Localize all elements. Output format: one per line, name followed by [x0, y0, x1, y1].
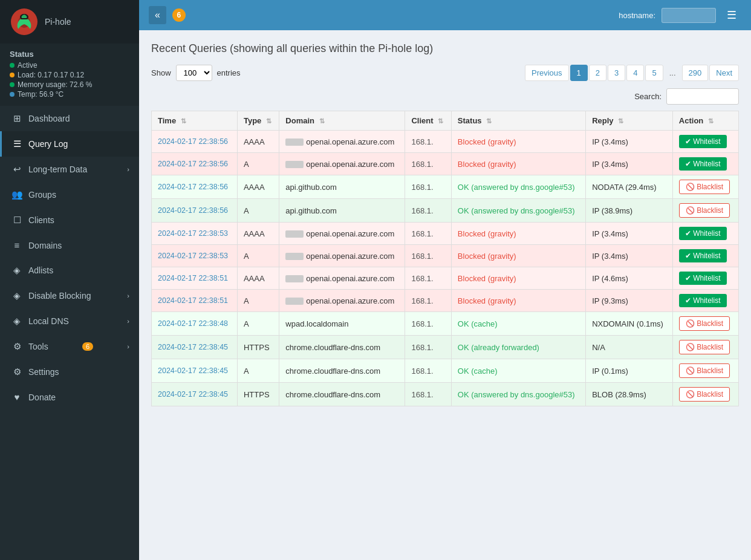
sidebar-item-domains-label: Domains	[28, 241, 62, 250]
cell-domain: chrome.cloudflare-dns.com	[279, 336, 405, 359]
col-time[interactable]: Time ⇅	[152, 111, 238, 131]
cell-reply: IP (0.1ms)	[586, 359, 673, 383]
sidebar-item-donate[interactable]: ♥ Donate	[0, 385, 139, 409]
blacklist-button[interactable]: 🚫 Blacklist	[679, 316, 730, 331]
sort-client-icon: ⇅	[438, 117, 443, 125]
cell-status: Blocked (gravity)	[451, 223, 585, 245]
col-reply[interactable]: Reply ⇅	[586, 111, 673, 131]
whitelist-button[interactable]: ✔ Whitelist	[679, 227, 727, 240]
page-4-button[interactable]: 4	[626, 65, 644, 81]
search-input[interactable]	[666, 88, 739, 105]
status-load-row: Load: 0.17 0.17 0.12	[10, 71, 129, 79]
whitelist-button[interactable]: ✔ Whitelist	[679, 294, 727, 307]
cell-status: OK (cache)	[451, 312, 585, 336]
page-3-button[interactable]: 3	[608, 65, 625, 81]
cell-domain: wpad.localdomain	[279, 312, 405, 336]
cell-reply: NXDOMAIN (0.1ms)	[586, 312, 673, 336]
chevron-right-icon-3: ›	[127, 317, 129, 325]
entries-select[interactable]: 10 25 50 100 200	[176, 65, 212, 81]
sidebar-item-domains[interactable]: ≡ Domains	[0, 233, 139, 258]
content-area: Recent Queries (showing all queries with…	[139, 30, 751, 560]
search-row: Search:	[151, 88, 739, 105]
cell-time: 2024-02-17 22:38:56	[152, 175, 238, 199]
cell-client: 168.1.	[405, 153, 451, 175]
cell-type: AAAA	[237, 131, 279, 153]
sidebar-item-clients[interactable]: ☐ Clients	[0, 207, 139, 233]
whitelist-button[interactable]: ✔ Whitelist	[679, 157, 727, 171]
sidebar-item-settings-label: Settings	[28, 367, 59, 377]
blurred-domain	[285, 275, 304, 282]
blacklist-button[interactable]: 🚫 Blacklist	[679, 363, 730, 378]
sidebar-item-long-term-data[interactable]: ↩ Long-term Data ›	[0, 157, 139, 182]
cell-status: Blocked (gravity)	[451, 245, 585, 267]
blacklist-button[interactable]: 🚫 Blacklist	[679, 203, 730, 218]
blacklist-button[interactable]: 🚫 Blacklist	[679, 180, 730, 194]
blacklist-button[interactable]: 🚫 Blacklist	[679, 340, 730, 354]
cell-time: 2024-02-17 22:38:51	[152, 290, 238, 312]
cell-action: ✔ Whitelist	[672, 290, 738, 312]
cell-action: ✔ Whitelist	[672, 223, 738, 245]
status-active-row: Active	[10, 61, 129, 70]
topbar-left: « 6	[149, 6, 186, 24]
sidebar-item-disable-blocking[interactable]: ◈ Disable Blocking ›	[0, 283, 139, 308]
hostname-input[interactable]	[662, 8, 716, 23]
status-memory-row: Memory usage: 72.6 %	[10, 80, 129, 89]
page-5-button[interactable]: 5	[645, 65, 663, 81]
chevron-right-icon: ›	[127, 166, 129, 173]
col-domain[interactable]: Domain ⇅	[279, 111, 405, 131]
sidebar-item-groups[interactable]: 👥 Groups	[0, 182, 139, 207]
sidebar-item-tools[interactable]: ⚙ Tools 6 ›	[0, 334, 139, 359]
sidebar-item-settings[interactable]: ⚙ Settings	[0, 359, 139, 385]
col-action[interactable]: Action ⇅	[672, 111, 738, 131]
next-button[interactable]: Next	[709, 65, 739, 81]
sidebar-item-query-log-label: Query Log	[28, 139, 68, 149]
page-last-button[interactable]: 290	[682, 65, 709, 81]
cell-action: ✔ Whitelist	[672, 153, 738, 175]
sidebar-item-dashboard[interactable]: ⊞ Dashboard	[0, 106, 139, 131]
cell-action: 🚫 Blacklist	[672, 199, 738, 223]
blacklist-button[interactable]: 🚫 Blacklist	[679, 387, 730, 402]
col-status[interactable]: Status ⇅	[451, 111, 585, 131]
cell-type: A	[237, 153, 279, 175]
cell-action: ✔ Whitelist	[672, 131, 738, 153]
cell-reply: N/A	[586, 336, 673, 359]
cell-type: A	[237, 245, 279, 267]
sidebar-item-query-log[interactable]: ☰ Query Log	[0, 131, 139, 157]
sidebar-item-adlists-label: Adlists	[28, 265, 53, 275]
show-entries-control: Show 10 25 50 100 200 entries	[151, 65, 241, 81]
search-label: Search:	[634, 92, 662, 101]
sidebar-item-local-dns[interactable]: ◈ Local DNS ›	[0, 308, 139, 334]
cell-client: 168.1.	[405, 383, 451, 406]
cell-action: ✔ Whitelist	[672, 245, 738, 267]
col-client[interactable]: Client ⇅	[405, 111, 451, 131]
temp-text: Temp: 56.9 °C	[18, 90, 63, 99]
cell-time: 2024-02-17 22:38:45	[152, 336, 238, 359]
page-2-button[interactable]: 2	[589, 65, 606, 81]
topbar-right: hostname: ☰	[619, 6, 741, 24]
page-1-button[interactable]: 1	[570, 65, 588, 81]
cell-reply: NODATA (29.4ms)	[586, 175, 673, 199]
sort-action-icon: ⇅	[708, 117, 714, 125]
col-type[interactable]: Type ⇅	[237, 111, 279, 131]
menu-icon-button[interactable]: ☰	[722, 6, 741, 24]
whitelist-button[interactable]: ✔ Whitelist	[679, 135, 727, 148]
cell-time: 2024-02-17 22:38:48	[152, 312, 238, 336]
whitelist-button[interactable]: ✔ Whitelist	[679, 249, 727, 262]
page-dots: ...	[665, 65, 681, 80]
table-row: 2024-02-17 22:38:56Aapi.github.com168.1.…	[152, 199, 739, 223]
notification-badge[interactable]: 6	[172, 8, 186, 22]
cell-time: 2024-02-17 22:38:53	[152, 223, 238, 245]
sidebar-item-adlists[interactable]: ◈ Adlists	[0, 258, 139, 283]
adlists-icon: ◈	[11, 265, 22, 276]
cell-reply: IP (4.6ms)	[586, 267, 673, 290]
cell-client: 168.1.	[405, 359, 451, 383]
previous-button[interactable]: Previous	[525, 65, 569, 81]
table-row: 2024-02-17 22:38:56AAAAapi.github.com168…	[152, 175, 739, 199]
cell-action: ✔ Whitelist	[672, 267, 738, 290]
cell-time: 2024-02-17 22:38:56	[152, 199, 238, 223]
tools-icon: ⚙	[11, 341, 22, 352]
cell-domain: api.github.com	[279, 175, 405, 199]
sidebar-item-tools-label: Tools	[28, 342, 48, 351]
sidebar-toggle-button[interactable]: «	[149, 6, 166, 24]
whitelist-button[interactable]: ✔ Whitelist	[679, 272, 727, 285]
